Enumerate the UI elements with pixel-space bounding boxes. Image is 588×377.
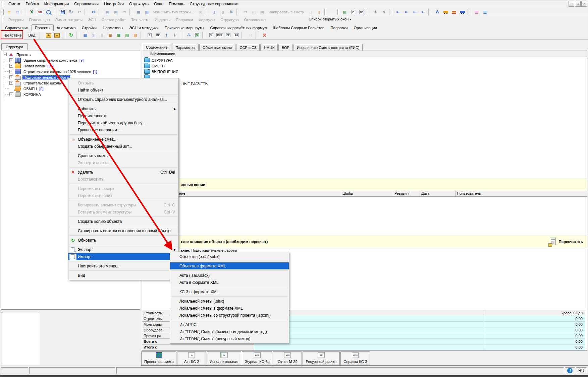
- toolbar-button[interactable]: [441, 9, 450, 16]
- toolbar-button[interactable]: ▤: [112, 9, 120, 16]
- action-toolbar-button[interactable]: М29: [215, 32, 224, 39]
- submenu-item[interactable]: Акта в формате XML: [170, 279, 289, 286]
- tree-expander[interactable]: +: [9, 58, 13, 62]
- section-tab[interactable]: Аналитика: [54, 25, 79, 31]
- toolbar-button[interactable]: ▥: [143, 9, 151, 16]
- menu-item[interactable]: Помощь: [166, 0, 187, 8]
- tree-item[interactable]: + Новая папка [31]: [1, 63, 140, 69]
- toolbar-button[interactable]: [58, 9, 67, 16]
- section-tab[interactable]: ЭСН и методики: [126, 25, 161, 31]
- context-menu-item[interactable]: Переместить вниз: [68, 192, 178, 199]
- object-tab[interactable]: Объектная смета: [199, 44, 236, 51]
- toolbar-button[interactable]: ≡: [13, 9, 22, 16]
- toolbar-button[interactable]: ▤: [258, 9, 266, 16]
- toolbar-button[interactable]: ▦: [134, 9, 143, 16]
- action-toolbar-button[interactable]: ×: [260, 32, 269, 39]
- menu-item[interactable]: Структурные справочники: [187, 0, 241, 8]
- toolbar-button[interactable]: ↶: [75, 9, 84, 16]
- action-toolbar-button[interactable]: ПР: [154, 32, 162, 39]
- folder-row[interactable]: [142, 74, 587, 80]
- action-toolbar-button[interactable]: РР: [224, 32, 232, 39]
- action-toolbar-button[interactable]: ⁂: [184, 32, 193, 39]
- toolbar-button[interactable]: X: [28, 9, 36, 16]
- submenu-item[interactable]: Акта (.sac/.sacx): [170, 272, 289, 279]
- section-tab[interactable]: Организации: [351, 25, 380, 31]
- action-toolbar-button[interactable]: ▦: [106, 32, 114, 39]
- object-tab[interactable]: НМЦК: [260, 44, 278, 51]
- action-toolbar-button[interactable]: ↓: [170, 32, 179, 39]
- action-toolbar-button[interactable]: ◫: [89, 32, 98, 39]
- toolbar-grip[interactable]: [337, 9, 339, 15]
- action-toolbar-button[interactable]: −: [53, 32, 61, 39]
- context-menu-item[interactable]: Переместить вверх: [68, 185, 178, 192]
- toolbar-button[interactable]: ▯: [306, 9, 315, 16]
- toolbar-button[interactable]: ≡: [481, 9, 489, 16]
- folder-row[interactable]: СМЕТЫ: [142, 63, 587, 69]
- object-tab[interactable]: ВОР: [278, 44, 293, 51]
- submenu-item[interactable]: Объектов (.sob/.sobx): [170, 253, 289, 260]
- menu-item[interactable]: Справочники: [71, 0, 101, 8]
- submenu-item[interactable]: Из "ГРАНД-Смета" (базисно-индексный мето…: [170, 328, 289, 335]
- toolbar-button[interactable]: ▯: [315, 9, 323, 16]
- context-menu-item[interactable]: Открыть справочник конъюнктурного анализ…: [68, 96, 178, 103]
- action-toolbar-button[interactable]: ▯: [246, 32, 255, 39]
- info-button[interactable]: i: [565, 367, 575, 374]
- tree-expander[interactable]: +: [9, 92, 13, 96]
- toolbar-button[interactable]: ⇅: [227, 9, 235, 16]
- context-menu-item[interactable]: Вид ▶: [68, 272, 178, 279]
- action-toolbar-button[interactable]: Ф3: [232, 32, 240, 39]
- tree-expander[interactable]: +: [9, 75, 13, 79]
- toolbar-button[interactable]: Λ: [433, 9, 441, 16]
- submenu-item[interactable]: Локальной сметы в формате XML: [170, 305, 289, 312]
- tree-expander[interactable]: +: [9, 64, 13, 68]
- tree-item[interactable]: + Здание спортивного комплекса [9]: [1, 57, 140, 63]
- menu-item[interactable]: Настройки: [101, 0, 126, 8]
- object-tab[interactable]: Содержание: [142, 43, 171, 51]
- context-menu-item[interactable]: Найти объект: [68, 86, 178, 93]
- context-menu-item[interactable]: Настроить это меню...: [68, 262, 178, 269]
- section-tab[interactable]: Нормативы: [100, 25, 126, 31]
- action-toolbar-button[interactable]: ▧: [123, 32, 131, 39]
- menu-item[interactable]: Смета: [6, 0, 23, 8]
- context-menu-item[interactable]: Копировать элемент структуры Ctrl+C: [68, 201, 178, 208]
- context-menu-item[interactable]: Объединение смет...: [68, 136, 178, 143]
- action-toolbar-button[interactable]: Р: [145, 32, 154, 39]
- document-tab[interactable]: Проектная смета: [141, 351, 176, 365]
- tree-expander[interactable]: −: [3, 53, 7, 56]
- toolbar-button[interactable]: ▧: [340, 9, 349, 16]
- document-tab[interactable]: КС-3 Справка КС-3: [340, 351, 370, 365]
- context-menu-item[interactable]: Открыть: [68, 79, 178, 86]
- toolbar-button[interactable]: ПР: [357, 9, 366, 16]
- document-tab[interactable]: % Акт КС-2: [177, 351, 206, 365]
- toolbar-button[interactable]: [458, 9, 467, 16]
- context-menu-item[interactable]: Обновить: [68, 237, 178, 244]
- toolbar-button[interactable]: ▭: [120, 9, 128, 16]
- section-tab[interactable]: Стройки: [79, 25, 100, 31]
- context-menu-item[interactable]: Создать копию объекта: [68, 218, 178, 225]
- context-menu-item[interactable]: Создать объединенный акт...: [68, 143, 178, 150]
- action-toolbar-button[interactable]: ▦: [81, 32, 89, 39]
- tree-expander[interactable]: +: [9, 70, 13, 73]
- archive-column-header[interactable]: Шифр: [341, 191, 393, 196]
- section-tab[interactable]: Справочник расчётных формул: [207, 25, 270, 31]
- context-menu-item[interactable]: Пересчитать объект в другую базу...: [68, 119, 178, 126]
- archive-column-header[interactable]: Пользователь: [456, 191, 587, 196]
- toolbar-button[interactable]: ↺: [89, 9, 98, 16]
- document-tab[interactable]: % Исполнительная: [207, 351, 241, 365]
- context-menu-item[interactable]: Импорт ▶: [68, 253, 178, 260]
- document-tab[interactable]: М29 Отчет М-29: [273, 351, 302, 365]
- context-menu-item[interactable]: Сравнить сметы...: [68, 152, 178, 159]
- open-windows-button[interactable]: Список открытых окон▾: [305, 17, 353, 21]
- context-menu-item[interactable]: Восстановить: [68, 176, 178, 183]
- submenu-item[interactable]: КС-3 в формате XML: [170, 288, 289, 295]
- archive-column-header[interactable]: Ревизия: [393, 191, 420, 196]
- toolbar-button[interactable]: ▯: [219, 9, 227, 16]
- menu-item[interactable]: Информация: [42, 0, 71, 8]
- action-toolbar-button[interactable]: ▯: [98, 32, 106, 39]
- action-toolbar-button[interactable]: ▦: [114, 32, 123, 39]
- object-tab[interactable]: Параметры: [172, 44, 199, 51]
- toolbar-button[interactable]: ◫: [250, 9, 258, 16]
- toolbar-button[interactable]: ⋔: [371, 9, 380, 16]
- tabstrip-grip[interactable]: [2, 17, 5, 23]
- section-tab[interactable]: Поисковые маршруты: [162, 25, 207, 31]
